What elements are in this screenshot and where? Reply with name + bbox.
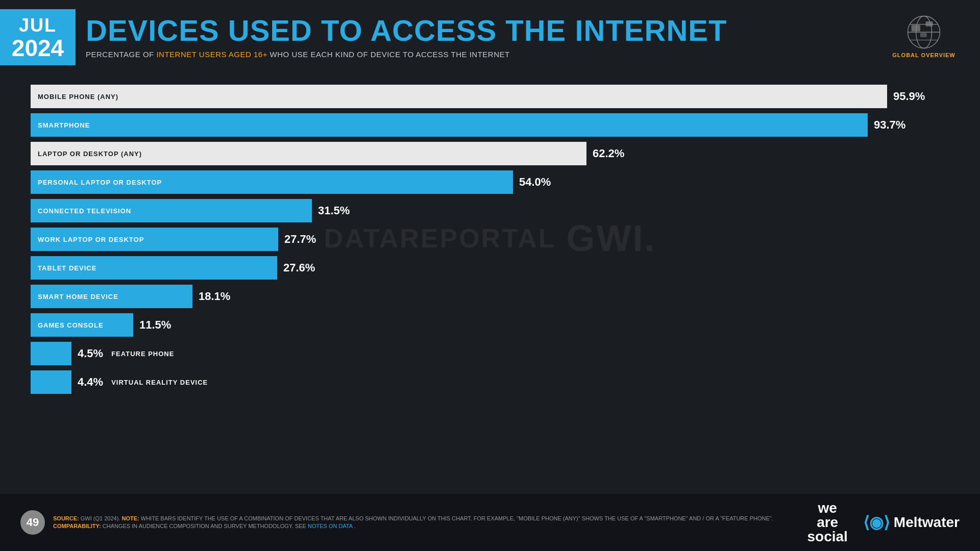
compare-text: CHANGES IN AUDIENCE COMPOSITION AND SURV… [103,523,306,529]
subtitle-highlight: INTERNET USERS AGED 16+ [156,50,267,59]
tiny-bar-label: VIRTUAL REALITY DEVICE [111,379,208,386]
svg-rect-5 [912,25,921,32]
bar-value: 95.9% [893,90,925,103]
svg-rect-7 [920,33,927,37]
bar-fill: GAMES CONSOLE [31,313,133,337]
bar-fill: CONNECTED TELEVISION [31,199,312,222]
bar-fill: SMARTPHONE [31,113,868,137]
tiny-bar-label: FEATURE PHONE [111,350,174,358]
title-area: DEVICES USED TO ACCESS THE INTERNET PERC… [76,9,888,64]
subtitle-prefix: PERCENTAGE OF [86,50,156,59]
tiny-bar-value: 4.5% [78,347,103,360]
tiny-bar [31,370,71,394]
subtitle-suffix: WHO USE EACH KIND OF DEVICE TO ACCESS TH… [267,50,510,59]
compare-label: COMPARABILITY: [53,523,101,529]
source-text: GWI (Q1 2024). [81,515,120,521]
bar-value: 18.1% [199,290,230,303]
meltwater-icon: ⟨◉⟩ [863,513,890,532]
we-are-social-logo: we are social [807,501,847,544]
bar-row: SMARTPHONE93.7% [31,113,949,137]
footer-logos: we are social ⟨◉⟩ Meltwater [807,501,960,544]
note-text: WHITE BARS IDENTIFY THE USE OF A COMBINA… [141,515,773,521]
bar-value: 31.5% [318,204,350,217]
bar-row: LAPTOP OR DESKTOP (ANY)62.2% [31,142,949,165]
source-label: SOURCE: [53,515,79,521]
bar-row: GAMES CONSOLE11.5% [31,313,949,337]
bar-value: 27.6% [283,261,315,274]
date-year: 2024 [12,36,64,60]
meltwater-logo: ⟨◉⟩ Meltwater [863,513,960,532]
header: JUL 2024 DEVICES USED TO ACCESS THE INTE… [0,0,980,74]
page-number: 49 [20,510,45,535]
bar-value: 27.7% [284,233,316,246]
main-title: DEVICES USED TO ACCESS THE INTERNET [86,14,878,47]
bar-value: 93.7% [874,118,905,132]
notes-link: NOTES ON DATA [308,523,353,529]
bars-container: MOBILE PHONE (ANY)95.9%SMARTPHONE93.7%LA… [31,85,949,394]
bar-value: 54.0% [519,176,551,189]
bar-fill: PERSONAL LAPTOP OR DESKTOP [31,170,513,194]
bar-fill: TABLET DEVICE [31,256,277,280]
subtitle: PERCENTAGE OF INTERNET USERS AGED 16+ WH… [86,50,878,59]
bar-row: CONNECTED TELEVISION31.5% [31,199,949,222]
bar-row: PERSONAL LAPTOP OR DESKTOP54.0% [31,170,949,194]
global-overview-label: GLOBAL OVERVIEW [892,52,955,58]
small-bar-row: 4.4%VIRTUAL REALITY DEVICE [31,370,949,394]
meltwater-text: Meltwater [894,514,960,531]
bar-row: SMART HOME DEVICE18.1% [31,285,949,308]
note-label: NOTE: [122,515,139,521]
globe-area: GLOBAL OVERVIEW [888,9,960,58]
bar-row: MOBILE PHONE (ANY)95.9% [31,85,949,108]
bar-row: TABLET DEVICE27.6% [31,256,949,280]
notes-suffix: . [354,523,356,529]
chart-area: DATAREPORTAL GWI. MOBILE PHONE (ANY)95.9… [0,74,980,394]
tiny-bar-value: 4.4% [78,375,103,389]
bar-fill: LAPTOP OR DESKTOP (ANY) [31,142,586,165]
globe-icon [906,14,942,50]
footer-text: SOURCE: GWI (Q1 2024). NOTE: WHITE BARS … [53,515,799,531]
date-month: JUL [19,15,57,36]
bar-fill: WORK LAPTOP OR DESKTOP [31,228,278,251]
bar-fill: MOBILE PHONE (ANY) [31,85,887,108]
date-box: JUL 2024 [0,9,76,65]
bar-value: 62.2% [593,147,624,160]
footer: 49 SOURCE: GWI (Q1 2024). NOTE: WHITE BA… [0,494,980,551]
svg-rect-6 [926,21,933,27]
bar-value: 11.5% [139,318,171,332]
bar-row: WORK LAPTOP OR DESKTOP27.7% [31,228,949,251]
tiny-bar [31,342,71,365]
small-bar-row: 4.5%FEATURE PHONE [31,342,949,365]
bar-fill: SMART HOME DEVICE [31,285,192,308]
